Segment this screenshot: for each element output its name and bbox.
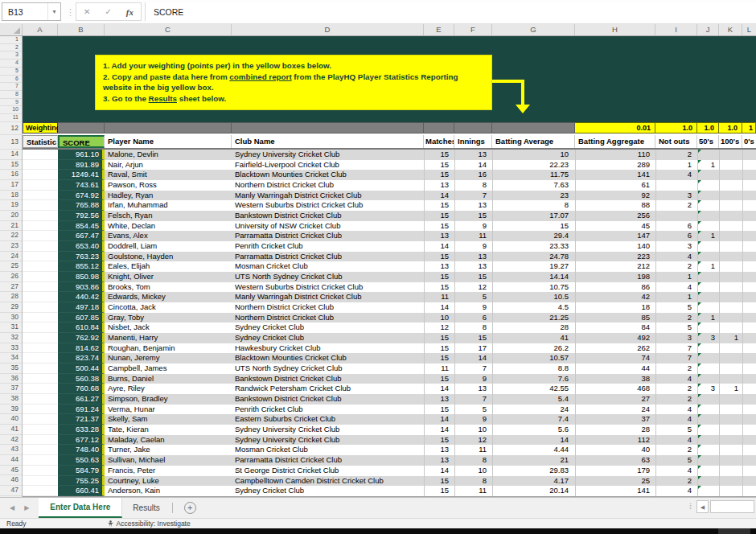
- cell-not-outs[interactable]: 1: [655, 160, 697, 170]
- cell-hundreds[interactable]: 1: [719, 333, 742, 343]
- weighting-batting-aggregate-cell[interactable]: 0.01: [575, 122, 655, 134]
- cell-zeros[interactable]: [742, 160, 756, 170]
- row-number-23[interactable]: 23: [0, 241, 22, 252]
- name-box-dropdown-icon[interactable]: ▾: [47, 3, 60, 20]
- row-number-21[interactable]: 21: [0, 221, 22, 232]
- cell-innings[interactable]: 12: [454, 435, 492, 446]
- cell-fifties[interactable]: [697, 272, 719, 282]
- cell-player-name[interactable]: Ayre, Riley: [105, 384, 232, 394]
- cell-hundreds[interactable]: [719, 211, 742, 221]
- cell-club-name[interactable]: Hawkesbury Cricket Club: [232, 343, 424, 354]
- cell-player-name[interactable]: Burns, Daniel: [105, 374, 232, 384]
- cell-batting-average[interactable]: 14: [492, 435, 575, 446]
- accessibility-status[interactable]: Accessibility: Investigate: [107, 520, 191, 528]
- cell-batting-aggregate[interactable]: 198: [575, 272, 655, 282]
- cell-fifties[interactable]: [697, 221, 719, 232]
- cell-zeros[interactable]: [742, 425, 756, 435]
- cell-score[interactable]: 792.56: [58, 211, 105, 221]
- weighting-empty-cell[interactable]: [454, 122, 492, 134]
- cell-batting-aggregate[interactable]: 212: [575, 261, 655, 272]
- cell-score[interactable]: 660.41: [58, 486, 105, 496]
- cell-club-name[interactable]: Northern District Cricket Club: [232, 180, 424, 191]
- cell-zeros[interactable]: [742, 261, 756, 272]
- cell-fifties[interactable]: 3: [697, 384, 719, 394]
- cell-matches[interactable]: 14: [424, 425, 454, 435]
- cell-player-name[interactable]: Campbell, James: [105, 364, 232, 374]
- cell-not-outs[interactable]: 4: [655, 405, 697, 415]
- cell-batting-average[interactable]: 42.55: [492, 384, 575, 394]
- cell-statistic[interactable]: [23, 211, 58, 221]
- cell-zeros[interactable]: [742, 374, 756, 384]
- cell-club-name[interactable]: Sydney University Cricket Club: [232, 435, 424, 446]
- header-score-selected-cell[interactable]: SCORE: [58, 135, 105, 148]
- cell-not-outs[interactable]: 4: [655, 282, 697, 293]
- cell-innings[interactable]: 8: [454, 476, 492, 487]
- cell-batting-average[interactable]: 23: [492, 191, 575, 201]
- cell-fifties[interactable]: [697, 364, 719, 374]
- cell-hundreds[interactable]: [719, 343, 742, 354]
- row-number-34[interactable]: 34: [0, 353, 22, 364]
- cell-innings[interactable]: 7: [454, 191, 492, 201]
- cell-club-name[interactable]: Manly Warringah District Cricket Club: [232, 292, 424, 302]
- cell-hundreds[interactable]: [719, 292, 742, 302]
- cell-batting-aggregate[interactable]: 18: [575, 302, 655, 313]
- cell-statistic[interactable]: [23, 241, 58, 252]
- cell-matches[interactable]: 10: [424, 313, 454, 323]
- cell-innings[interactable]: 9: [454, 374, 492, 384]
- cell-fifties[interactable]: [697, 466, 719, 476]
- cell-hundreds[interactable]: [719, 221, 742, 232]
- cell-club-name[interactable]: Eastern Suburbs Cricket Club: [232, 414, 424, 425]
- cell-batting-aggregate[interactable]: 44: [575, 364, 655, 374]
- cell-innings[interactable]: 7: [454, 364, 492, 374]
- cell-player-name[interactable]: Courtney, Luke: [105, 476, 232, 487]
- cell-matches[interactable]: 14: [424, 384, 454, 394]
- cell-batting-aggregate[interactable]: 147: [575, 231, 655, 241]
- cell-batting-aggregate[interactable]: 223: [575, 252, 655, 262]
- cell-hundreds[interactable]: [719, 455, 742, 466]
- cell-batting-average[interactable]: 29.4: [492, 231, 575, 241]
- cell-club-name[interactable]: Penrith Cricket Club: [232, 241, 424, 252]
- cell-innings[interactable]: 6: [454, 313, 492, 323]
- row-number-8[interactable]: 8: [0, 91, 22, 99]
- cell-fifties[interactable]: [697, 405, 719, 415]
- cell-matches[interactable]: 14: [424, 191, 454, 201]
- cell-matches[interactable]: 15: [424, 353, 454, 364]
- cell-statistic[interactable]: [23, 486, 58, 496]
- row-number-41[interactable]: 41: [0, 425, 22, 435]
- cell-batting-aggregate[interactable]: 28: [575, 425, 655, 435]
- row-number-31[interactable]: 31: [0, 322, 22, 333]
- cell-zeros[interactable]: [742, 322, 756, 333]
- cell-zeros[interactable]: [742, 405, 756, 415]
- cell-zeros[interactable]: [742, 170, 756, 180]
- cell-matches[interactable]: 15: [424, 486, 454, 496]
- column-header-G[interactable]: G: [492, 24, 575, 35]
- cell-hundreds[interactable]: [719, 466, 742, 476]
- cell-batting-average[interactable]: 8: [492, 200, 575, 211]
- cell-zeros[interactable]: [742, 343, 756, 354]
- cell-batting-aggregate[interactable]: 86: [575, 282, 655, 293]
- cell-matches[interactable]: 15: [424, 252, 454, 262]
- row-number-44[interactable]: 44: [0, 455, 22, 466]
- cell-statistic[interactable]: [23, 221, 58, 232]
- row-number-25[interactable]: 25: [0, 261, 22, 272]
- cell-player-name[interactable]: Roughan, Benjamin: [105, 343, 232, 354]
- cell-statistic[interactable]: [23, 333, 58, 343]
- cell-matches[interactable]: 15: [424, 221, 454, 232]
- cell-batting-average[interactable]: 10.75: [492, 282, 575, 293]
- cell-score[interactable]: 653.40: [58, 241, 105, 252]
- row-number-22[interactable]: 22: [0, 231, 22, 241]
- row-number-47[interactable]: 47: [0, 486, 22, 496]
- cell-zeros[interactable]: [742, 445, 756, 455]
- cell-innings[interactable]: 15: [454, 333, 492, 343]
- cell-club-name[interactable]: St George District Cricket Club: [232, 466, 424, 476]
- cell-statistic[interactable]: [23, 200, 58, 211]
- header-player-name[interactable]: Player Name: [105, 135, 232, 148]
- cell-not-outs[interactable]: 1: [655, 292, 697, 302]
- cell-hundreds[interactable]: [719, 435, 742, 446]
- row-number-5[interactable]: 5: [0, 68, 22, 76]
- cell-player-name[interactable]: Raval, Smit: [105, 170, 232, 180]
- cell-club-name[interactable]: Bankstown District Cricket Club: [232, 394, 424, 405]
- cell-club-name[interactable]: Parramatta District Cricket Club: [232, 231, 424, 241]
- cell-score[interactable]: 607.85: [58, 313, 105, 323]
- cell-batting-aggregate[interactable]: 63: [575, 455, 655, 466]
